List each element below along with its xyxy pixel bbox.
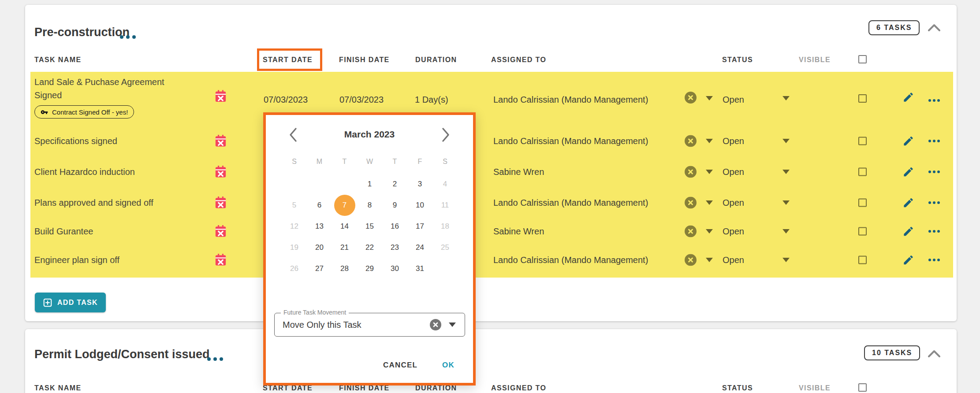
row-checkbox[interactable] [858, 256, 867, 264]
duration-value[interactable]: 1 Day(s) [415, 95, 448, 105]
status-value[interactable]: Open [723, 95, 744, 105]
remove-date-icon[interactable] [214, 225, 227, 238]
calendar-grid: 1234567891011121314151617181920212223242… [282, 174, 458, 279]
edit-icon[interactable] [902, 166, 914, 178]
status-value[interactable]: Open [723, 226, 744, 237]
status-value[interactable]: Open [723, 136, 744, 146]
clear-assignee-icon[interactable] [685, 92, 697, 104]
row-checkbox[interactable] [858, 199, 867, 207]
status-dropdown-caret-icon[interactable] [783, 96, 790, 100]
edit-icon[interactable] [902, 91, 914, 103]
cancel-button[interactable]: CANCEL [383, 361, 417, 370]
status-value[interactable]: Open [723, 167, 744, 177]
ok-button[interactable]: OK [442, 361, 455, 370]
calendar-day-5: 5 [282, 195, 307, 216]
remove-date-icon[interactable] [214, 134, 227, 148]
row-menu-icon[interactable] [928, 201, 940, 204]
calendar-day-24[interactable]: 24 [407, 237, 432, 258]
add-task-button[interactable]: ADD TASK [35, 293, 106, 312]
section-menu-icon[interactable] [120, 35, 136, 39]
chevron-right-icon[interactable] [441, 127, 450, 144]
calendar-day-1[interactable]: 1 [357, 174, 382, 195]
start-date-value[interactable]: 07/03/2023 [264, 95, 308, 105]
status-dropdown-caret-icon[interactable] [783, 170, 790, 174]
row-menu-icon[interactable] [928, 140, 940, 142]
assigned-to-value[interactable]: Sabine Wren [493, 226, 544, 237]
calendar-day-10[interactable]: 10 [407, 195, 432, 216]
clear-assignee-icon[interactable] [685, 166, 697, 178]
assignee-dropdown-caret-icon[interactable] [706, 170, 713, 174]
calendar-day-21[interactable]: 21 [332, 237, 357, 258]
row-menu-icon[interactable] [928, 230, 940, 233]
col-assigned-to: ASSIGNED TO [491, 384, 546, 392]
clear-assignee-icon[interactable] [685, 135, 697, 147]
status-value[interactable]: Open [723, 198, 744, 208]
col-visible: VISIBLE [799, 56, 831, 64]
row-checkbox[interactable] [858, 137, 867, 145]
remove-date-icon[interactable] [214, 89, 227, 103]
select-all-checkbox[interactable] [858, 55, 867, 63]
calendar-day-29[interactable]: 29 [357, 258, 382, 279]
remove-date-icon[interactable] [214, 165, 227, 179]
calendar-day-28[interactable]: 28 [332, 258, 357, 279]
row-menu-icon[interactable] [928, 259, 940, 261]
assignee-dropdown-caret-icon[interactable] [706, 200, 713, 205]
row-menu-icon[interactable] [928, 171, 940, 173]
calendar-day-23[interactable]: 23 [382, 237, 407, 258]
assignee-dropdown-caret-icon[interactable] [706, 139, 713, 143]
assigned-to-value[interactable]: Lando Calrissian (Mando Management) [493, 136, 648, 146]
clear-assignee-icon[interactable] [685, 197, 697, 209]
calendar-day-31[interactable]: 31 [407, 258, 432, 279]
calendar-day-17[interactable]: 17 [407, 216, 432, 237]
calendar-day-empty [282, 174, 307, 195]
row-checkbox[interactable] [858, 94, 867, 103]
calendar-day-20[interactable]: 20 [307, 237, 332, 258]
calendar-day-30[interactable]: 30 [382, 258, 407, 279]
field-dropdown-caret-icon[interactable] [449, 323, 456, 327]
calendar-day-3[interactable]: 3 [407, 174, 432, 195]
status-dropdown-caret-icon[interactable] [783, 200, 790, 205]
calendar-day-2[interactable]: 2 [382, 174, 407, 195]
row-checkbox[interactable] [858, 168, 867, 176]
section-menu-icon[interactable] [207, 357, 223, 361]
select-all-checkbox[interactable] [858, 383, 867, 392]
future-task-movement-field[interactable]: Future Task Movement Move Only this Task [274, 313, 465, 337]
calendar-day-8[interactable]: 8 [357, 195, 382, 216]
calendar-day-13[interactable]: 13 [307, 216, 332, 237]
assignee-dropdown-caret-icon[interactable] [706, 258, 713, 262]
calendar-day-6[interactable]: 6 [307, 195, 332, 216]
clear-assignee-icon[interactable] [685, 254, 697, 266]
row-checkbox[interactable] [858, 227, 867, 236]
calendar-day-14[interactable]: 14 [332, 216, 357, 237]
finish-date-value[interactable]: 07/03/2023 [339, 95, 384, 105]
remove-date-icon[interactable] [214, 196, 227, 210]
calendar-day-15[interactable]: 15 [357, 216, 382, 237]
assigned-to-value[interactable]: Lando Calrissian (Mando Management) [493, 95, 648, 105]
col-start-date: START DATE [263, 56, 313, 64]
assigned-to-value[interactable]: Lando Calrissian (Mando Management) [493, 198, 648, 208]
assigned-to-value[interactable]: Sabine Wren [493, 167, 544, 177]
remove-date-icon[interactable] [214, 253, 227, 267]
calendar-day-9[interactable]: 9 [382, 195, 407, 216]
collapse-chevron-icon[interactable] [927, 22, 941, 35]
status-value[interactable]: Open [723, 255, 744, 265]
edit-icon[interactable] [902, 135, 914, 147]
calendar-day-16[interactable]: 16 [382, 216, 407, 237]
edit-icon[interactable] [902, 254, 914, 266]
calendar-day-27[interactable]: 27 [307, 258, 332, 279]
assignee-dropdown-caret-icon[interactable] [706, 96, 713, 100]
row-menu-icon[interactable] [928, 99, 940, 102]
assignee-dropdown-caret-icon[interactable] [706, 229, 713, 234]
status-dropdown-caret-icon[interactable] [783, 258, 790, 262]
edit-icon[interactable] [902, 226, 914, 237]
calendar-day-7[interactable]: 7 [332, 195, 357, 216]
edit-icon[interactable] [902, 197, 914, 209]
calendar-day-22[interactable]: 22 [357, 237, 382, 258]
col-task-name: TASK NAME [34, 384, 82, 392]
assigned-to-value[interactable]: Lando Calrissian (Mando Management) [493, 255, 648, 265]
status-dropdown-caret-icon[interactable] [783, 229, 790, 234]
clear-assignee-icon[interactable] [685, 226, 697, 237]
clear-icon[interactable] [430, 319, 442, 331]
status-dropdown-caret-icon[interactable] [783, 139, 790, 143]
collapse-chevron-icon[interactable] [927, 349, 941, 361]
